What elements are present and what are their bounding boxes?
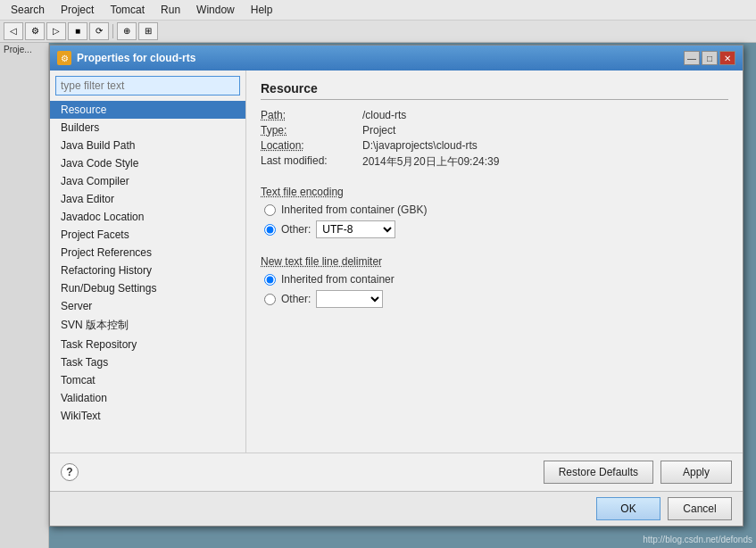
nav-item-builders[interactable]: Builders <box>50 119 245 137</box>
delimiter-inherited-row: Inherited from container <box>261 273 728 286</box>
line-delimiter-section: New text file line delimiter Inherited f… <box>261 255 728 312</box>
nav-item-java-editor[interactable]: Java Editor <box>50 190 245 208</box>
nav-item-javadoc[interactable]: Javadoc Location <box>50 208 245 226</box>
prop-path-value: /cloud-rts <box>362 109 728 121</box>
right-content-panel: Resource Path: /cloud-rts Type: Project … <box>246 71 743 453</box>
delimiter-inherited-label: Inherited from container <box>281 273 395 286</box>
title-bar-left: ⚙ Properties for cloud-rts <box>57 51 195 65</box>
nav-item-resource[interactable]: Resource <box>50 101 245 119</box>
nav-item-validation[interactable]: Validation <box>50 389 245 407</box>
line-delimiter-title: New text file line delimiter <box>261 255 728 268</box>
delimiter-inherited-radio[interactable] <box>264 274 276 286</box>
toolbar-btn-5[interactable]: ⟳ <box>89 22 109 40</box>
minimize-button[interactable]: — <box>684 51 700 65</box>
delimiter-other-label: Other: <box>281 293 311 305</box>
encoding-inherited-row: Inherited from container (GBK) <box>261 203 728 216</box>
prop-type-label: Type: <box>261 124 359 137</box>
nav-item-server[interactable]: Server <box>50 297 245 315</box>
text-encoding-section: Text file encoding Inherited from contai… <box>261 186 728 243</box>
encoding-inherited-radio[interactable] <box>264 204 276 216</box>
watermark: http://blog.csdn.net/defonds <box>643 535 752 544</box>
menu-bar: Search Project Tomcat Run Window Help <box>0 0 756 20</box>
footer-right: Restore Defaults Apply <box>544 461 732 484</box>
ide-topbar: Search Project Tomcat Run Window Help ◁ … <box>0 0 756 43</box>
text-encoding-title: Text file encoding <box>261 186 728 198</box>
delimiter-other-radio[interactable] <box>264 294 276 305</box>
prop-type-value: Project <box>362 124 728 137</box>
section-title: Resource <box>261 81 728 100</box>
toolbar-btn-6[interactable]: ⊕ <box>117 22 137 40</box>
toolbar-btn-4[interactable]: ■ <box>68 22 87 40</box>
maximize-button[interactable]: □ <box>702 51 718 65</box>
footer-left: ? <box>61 463 79 481</box>
nav-item-task-tags[interactable]: Task Tags <box>50 353 245 371</box>
dialog-title: Properties for cloud-rts <box>77 52 195 64</box>
encoding-inherited-label: Inherited from container (GBK) <box>281 203 427 216</box>
filter-input[interactable] <box>55 76 240 95</box>
nav-item-refactoring[interactable]: Refactoring History <box>50 262 245 279</box>
encoding-other-label: Other: <box>281 223 311 236</box>
dialog-titlebar: ⚙ Properties for cloud-rts — □ ✕ <box>50 46 743 71</box>
toolbar-btn-2[interactable]: ⚙ <box>25 22 45 40</box>
apply-button[interactable]: Apply <box>660 461 732 484</box>
nav-item-tomcat[interactable]: Tomcat <box>50 371 245 389</box>
left-nav-panel: Resource Builders Java Build Path Java C… <box>50 71 246 453</box>
help-icon[interactable]: ? <box>61 463 79 481</box>
prop-location-value: D:\javaprojects\cloud-rts <box>362 139 728 152</box>
menu-tomcat[interactable]: Tomcat <box>103 2 152 18</box>
toolbar-btn-7[interactable]: ⊞ <box>138 22 158 40</box>
nav-item-java-build-path[interactable]: Java Build Path <box>50 137 245 154</box>
menu-window[interactable]: Window <box>189 2 242 18</box>
restore-defaults-button[interactable]: Restore Defaults <box>544 461 653 484</box>
nav-list: Resource Builders Java Build Path Java C… <box>50 101 245 453</box>
prop-modified-value: 2014年5月20日上午09:24:39 <box>362 154 728 170</box>
dialog-body: Resource Builders Java Build Path Java C… <box>50 71 743 453</box>
menu-run[interactable]: Run <box>154 2 187 18</box>
prop-location-label: Location: <box>261 139 359 152</box>
cancel-button[interactable]: Cancel <box>668 497 732 520</box>
toolbar-btn-3[interactable]: ▷ <box>46 22 66 40</box>
nav-item-task-repository[interactable]: Task Repository <box>50 336 245 353</box>
encoding-other-row: Other: UTF-8 GBK ISO-8859-1 US-ASCII <box>261 220 728 238</box>
nav-item-run-debug[interactable]: Run/Debug Settings <box>50 279 245 297</box>
properties-dialog: ⚙ Properties for cloud-rts — □ ✕ Resourc… <box>49 45 744 527</box>
window-controls: — □ ✕ <box>684 51 735 65</box>
nav-item-java-compiler[interactable]: Java Compiler <box>50 172 245 190</box>
nav-item-java-code-style[interactable]: Java Code Style <box>50 154 245 172</box>
dialog-icon: ⚙ <box>57 51 71 65</box>
menu-help[interactable]: Help <box>244 2 280 18</box>
nav-item-wikitext[interactable]: WikiText <box>50 407 245 425</box>
nav-item-svn[interactable]: SVN 版本控制 <box>50 315 245 336</box>
prop-path-label: Path: <box>261 109 359 121</box>
prop-modified-label: Last modified: <box>261 154 359 170</box>
delimiter-other-row: Other: Default Unix Windows <box>261 290 728 308</box>
encoding-select[interactable]: UTF-8 GBK ISO-8859-1 US-ASCII <box>316 220 395 238</box>
nav-item-project-facets[interactable]: Project Facets <box>50 226 245 244</box>
nav-item-project-references[interactable]: Project References <box>50 244 245 262</box>
close-button[interactable]: ✕ <box>719 51 735 65</box>
properties-grid: Path: /cloud-rts Type: Project Location:… <box>261 109 728 170</box>
ok-button[interactable]: OK <box>596 497 660 520</box>
ide-sidebar: Proje... <box>0 43 49 548</box>
menu-search[interactable]: Search <box>4 2 52 18</box>
dialog-actions: OK Cancel <box>50 491 743 526</box>
toolbar-btn-1[interactable]: ◁ <box>4 22 23 40</box>
delimiter-select[interactable]: Default Unix Windows <box>316 290 383 308</box>
menu-project[interactable]: Project <box>54 2 101 18</box>
ide-toolbar: ◁ ⚙ ▷ ■ ⟳ ⊕ ⊞ <box>0 20 756 42</box>
encoding-other-radio[interactable] <box>264 224 276 236</box>
dialog-footer: ? Restore Defaults Apply <box>50 453 743 491</box>
ide-sidebar-project: Proje... <box>0 43 48 56</box>
